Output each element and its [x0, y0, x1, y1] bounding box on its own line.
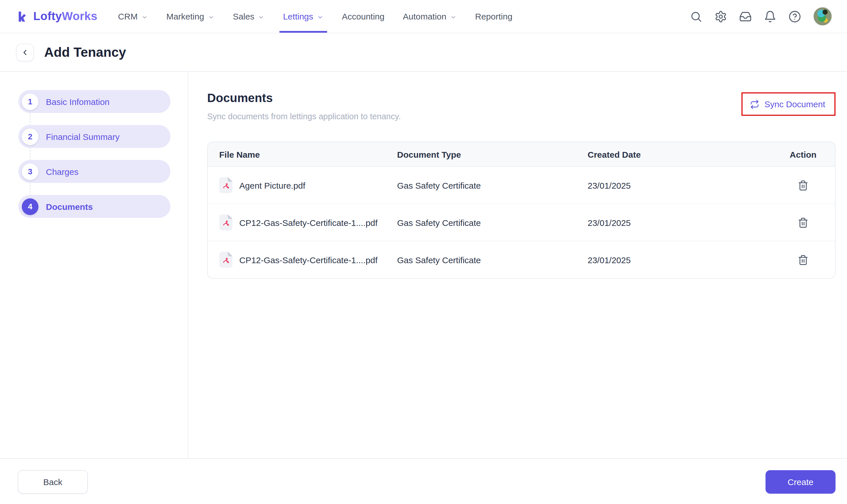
documents-section-header: Documents Sync documents from lettings a… — [207, 91, 835, 121]
step-documents[interactable]: 4 Documents — [18, 195, 170, 218]
chevron-down-icon — [207, 14, 214, 20]
help-icon[interactable] — [789, 10, 801, 23]
action-cell — [771, 180, 835, 191]
nav-item-crm[interactable]: CRM — [109, 0, 157, 33]
loftyworks-logo-text: LoftyWorks — [33, 10, 97, 23]
file-name-cell: CP12-Gas-Safety-Certificate-1....pdf — [208, 252, 397, 268]
step-financial-summary[interactable]: 2 Financial Summary — [18, 125, 170, 148]
nav-item-lettings[interactable]: Lettings — [274, 0, 332, 33]
action-cell — [771, 254, 835, 265]
inbox-icon[interactable] — [739, 10, 752, 23]
documents-heading-block: Documents Sync documents from lettings a… — [207, 91, 401, 121]
nav-item-label: CRM — [118, 12, 137, 21]
create-button[interactable]: Create — [765, 470, 835, 494]
table-header-row: File Name Document Type Created Date Act… — [208, 142, 835, 167]
nav-item-accounting[interactable]: Accounting — [333, 0, 394, 33]
table-row: Agent Picture.pdf Gas Safety Certificate… — [208, 167, 835, 204]
nav-item-label: Sales — [233, 12, 254, 21]
chevron-down-icon — [258, 14, 264, 20]
column-header-document-type: Document Type — [397, 149, 588, 159]
documents-panel: Documents Sync documents from lettings a… — [188, 72, 847, 458]
step-number-badge: 4 — [22, 198, 38, 215]
bell-icon[interactable] — [764, 10, 776, 23]
created-date-cell: 23/01/2025 — [588, 255, 771, 265]
file-name-text: CP12-Gas-Safety-Certificate-1....pdf — [239, 218, 378, 227]
action-cell — [771, 217, 835, 228]
column-header-action: Action — [771, 149, 835, 159]
pdf-file-icon — [219, 177, 232, 193]
nav-item-label: Reporting — [475, 12, 513, 21]
nav-item-label: Accounting — [342, 12, 384, 21]
stepper-connector-line — [30, 104, 30, 207]
user-avatar[interactable] — [813, 7, 832, 26]
page-header: Add Tenancy — [0, 33, 847, 72]
column-header-created-date: Created Date — [588, 149, 771, 159]
sync-document-label: Sync Document — [764, 99, 825, 109]
page-title: Add Tenancy — [44, 44, 126, 60]
delete-trash-icon[interactable] — [798, 254, 809, 265]
sync-document-button[interactable]: Sync Document — [741, 92, 835, 116]
file-name-cell: Agent Picture.pdf — [208, 177, 397, 193]
table-row: CP12-Gas-Safety-Certificate-1....pdf Gas… — [208, 241, 835, 278]
chevron-down-icon — [317, 14, 324, 20]
step-charges[interactable]: 3 Charges — [18, 160, 170, 183]
documents-table: File Name Document Type Created Date Act… — [207, 142, 835, 279]
file-name-text: Agent Picture.pdf — [239, 180, 305, 190]
nav-item-sales[interactable]: Sales — [224, 0, 274, 33]
created-date-cell: 23/01/2025 — [588, 180, 771, 190]
document-type-cell: Gas Safety Certificate — [397, 218, 588, 227]
step-label: Charges — [46, 166, 78, 176]
back-chevron-button[interactable] — [16, 43, 34, 61]
chevron-down-icon — [450, 14, 457, 20]
delete-trash-icon[interactable] — [798, 217, 809, 228]
table-row: CP12-Gas-Safety-Certificate-1....pdf Gas… — [208, 204, 835, 241]
step-label: Documents — [46, 201, 93, 211]
nav-item-marketing[interactable]: Marketing — [157, 0, 224, 33]
search-icon[interactable] — [690, 10, 703, 23]
nav-item-automation[interactable]: Automation — [394, 0, 466, 33]
loftyworks-logo-icon — [16, 10, 29, 23]
gear-icon[interactable] — [714, 10, 727, 23]
section-subtitle: Sync documents from lettings application… — [207, 112, 401, 121]
chevron-left-icon — [21, 48, 29, 56]
pdf-file-icon — [219, 252, 232, 268]
delete-trash-icon[interactable] — [798, 180, 809, 191]
app-window: LoftyWorks CRM Marketing Sales Lettings … — [0, 0, 847, 504]
main-menu: CRM Marketing Sales Lettings Accounting … — [109, 0, 522, 33]
created-date-cell: 23/01/2025 — [588, 218, 771, 227]
nav-utilities — [690, 0, 832, 33]
pdf-file-icon — [219, 214, 232, 231]
nav-item-label: Automation — [403, 12, 447, 21]
document-type-cell: Gas Safety Certificate — [397, 255, 588, 265]
chevron-down-icon — [141, 14, 148, 20]
step-number-badge: 3 — [22, 163, 38, 180]
step-number-badge: 1 — [22, 93, 38, 110]
file-name-text: CP12-Gas-Safety-Certificate-1....pdf — [239, 255, 378, 265]
step-basic-information[interactable]: 1 Basic Infomation — [18, 90, 170, 113]
main-area: 1 Basic Infomation 2 Financial Summary 3… — [0, 72, 847, 458]
step-label: Financial Summary — [46, 131, 120, 141]
loftyworks-logo[interactable]: LoftyWorks — [16, 0, 97, 33]
section-title: Documents — [207, 91, 401, 105]
back-button[interactable]: Back — [18, 470, 88, 494]
column-header-file-name: File Name — [208, 149, 397, 159]
nav-item-reporting[interactable]: Reporting — [466, 0, 522, 33]
top-navigation-bar: LoftyWorks CRM Marketing Sales Lettings … — [0, 0, 847, 33]
document-type-cell: Gas Safety Certificate — [397, 180, 588, 190]
wizard-footer: Back Create — [0, 458, 847, 504]
step-label: Basic Infomation — [46, 96, 109, 106]
sync-icon — [750, 100, 759, 109]
stepper-sidebar: 1 Basic Infomation 2 Financial Summary 3… — [0, 72, 188, 458]
step-number-badge: 2 — [22, 128, 38, 145]
nav-item-label: Marketing — [167, 12, 204, 21]
file-name-cell: CP12-Gas-Safety-Certificate-1....pdf — [208, 214, 397, 231]
nav-item-label: Lettings — [283, 12, 313, 21]
